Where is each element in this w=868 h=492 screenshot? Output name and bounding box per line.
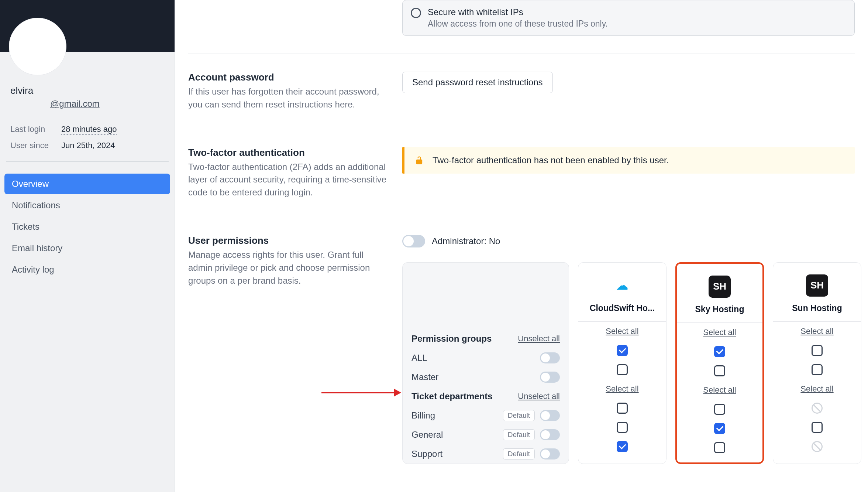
dept-support: Support [411,449,442,459]
perm-group-all: ALL [411,353,427,363]
checkbox-sun-master[interactable] [812,364,823,375]
na-sun-support [812,441,823,452]
nav-email-history[interactable]: Email history [4,238,170,259]
tfa-alert: Two-factor authentication has not been e… [402,147,855,174]
brand-sun-logo: SH [806,274,828,297]
user-since-label: User since [10,141,55,150]
dept-general: General [411,430,443,440]
select-all-depts-sky[interactable]: Select all [703,385,736,395]
brand-column-sun: SH Sun Hosting Select all Select all [773,262,861,464]
section-ip-access: Secure with whitelist IPs Allow access f… [188,0,855,54]
whitelist-title: Secure with whitelist IPs [428,7,846,17]
perms-title: User permissions [188,235,388,246]
main-content: Secure with whitelist IPs Allow access f… [175,0,868,492]
administrator-toggle[interactable] [402,235,425,247]
checkbox-cloudswift-all[interactable] [617,345,628,356]
brand-column-sky: SH Sky Hosting Select all Select all [675,262,764,464]
administrator-label: Administrator: No [432,236,500,246]
sidebar-header [0,0,175,52]
tfa-title: Two-factor authentication [188,147,388,158]
send-password-reset-button[interactable]: Send password reset instructions [402,72,553,93]
select-all-groups-cloudswift[interactable]: Select all [606,327,638,336]
select-all-depts-cloudswift[interactable]: Select all [606,384,638,394]
radio-icon[interactable] [411,8,421,18]
whitelist-desc: Allow access from one of these trusted I… [428,19,846,29]
tfa-alert-text: Two-factor authentication has not been e… [433,155,669,165]
checkbox-sky-general[interactable] [714,423,725,434]
select-all-depts-sun[interactable]: Select all [800,384,833,394]
section-2fa: Two-factor authentication Two-factor aut… [188,129,855,217]
permissions-grid: Permission groups Unselect all ALL Maste… [402,262,861,464]
nav-tickets[interactable]: Tickets [4,216,170,237]
checkbox-sky-support[interactable] [714,442,725,453]
checkbox-sky-billing[interactable] [714,404,725,415]
toggle-dept-general[interactable] [540,429,560,440]
checkbox-cloudswift-billing[interactable] [617,403,628,414]
user-email[interactable]: @gmail.com [50,99,100,109]
toggle-group-master[interactable] [540,372,560,383]
password-desc: If this user has forgotten their account… [188,85,388,111]
default-badge-billing: Default [503,410,535,421]
toggle-dept-support[interactable] [540,448,560,459]
brand-cloudswift-name: CloudSwift Ho... [582,303,662,313]
brand-column-cloudswift: ☁ CloudSwift Ho... Select all Select all [578,262,666,464]
nav-notifications[interactable]: Notifications [4,195,170,216]
checkbox-sky-all[interactable] [714,346,725,357]
toggle-group-all[interactable] [540,352,560,363]
checkbox-cloudswift-master[interactable] [617,364,628,375]
toggle-dept-billing[interactable] [540,410,560,421]
brand-sky-logo: SH [709,276,731,298]
section-permissions: User permissions Manage access rights fo… [188,217,855,482]
sidebar-nav: Overview Notifications Tickets Email his… [0,169,175,288]
user-name: elvira [10,85,164,96]
permission-groups-heading: Permission groups [411,334,492,344]
checkbox-cloudswift-general[interactable] [617,422,628,433]
password-title: Account password [188,72,388,83]
user-since-value: Jun 25th, 2024 [61,141,115,150]
last-login-label: Last login [10,124,55,134]
select-all-groups-sky[interactable]: Select all [703,328,736,337]
select-all-groups-sun[interactable]: Select all [800,327,833,336]
na-sun-billing [812,403,823,414]
annotation-arrow-head [394,389,401,397]
perms-desc: Manage access rights for this user. Gran… [188,249,388,287]
permissions-row-labels: Permission groups Unselect all ALL Maste… [402,262,569,464]
unselect-all-groups[interactable]: Unselect all [518,334,560,344]
default-badge-support: Default [503,448,535,459]
checkbox-sky-master[interactable] [714,365,725,376]
section-password: Account password If this user has forgot… [188,54,855,129]
whitelist-ip-option[interactable]: Secure with whitelist IPs Allow access f… [402,0,855,36]
unselect-all-departments[interactable]: Unselect all [518,392,560,401]
tfa-desc: Two-factor authentication (2FA) adds an … [188,161,388,199]
annotation-arrow [321,392,395,393]
perm-group-master: Master [411,372,438,382]
nav-overview[interactable]: Overview [4,174,170,194]
checkbox-sun-all[interactable] [812,345,823,356]
last-login-value[interactable]: 28 minutes ago [61,124,117,135]
brand-sun-name: Sun Hosting [777,303,857,313]
brand-sky-name: Sky Hosting [681,304,759,314]
nav-activity-log[interactable]: Activity log [4,259,170,280]
checkbox-cloudswift-support[interactable] [617,441,628,452]
ticket-departments-heading: Ticket departments [411,391,493,402]
checkbox-sun-general[interactable] [812,422,823,433]
avatar[interactable] [9,18,66,75]
cloud-icon: ☁ [611,274,633,297]
unlock-icon [414,155,424,165]
dept-billing: Billing [411,410,435,421]
default-badge-general: Default [503,429,535,440]
sidebar: elvira @gmail.com Last login 28 minutes … [0,0,175,492]
